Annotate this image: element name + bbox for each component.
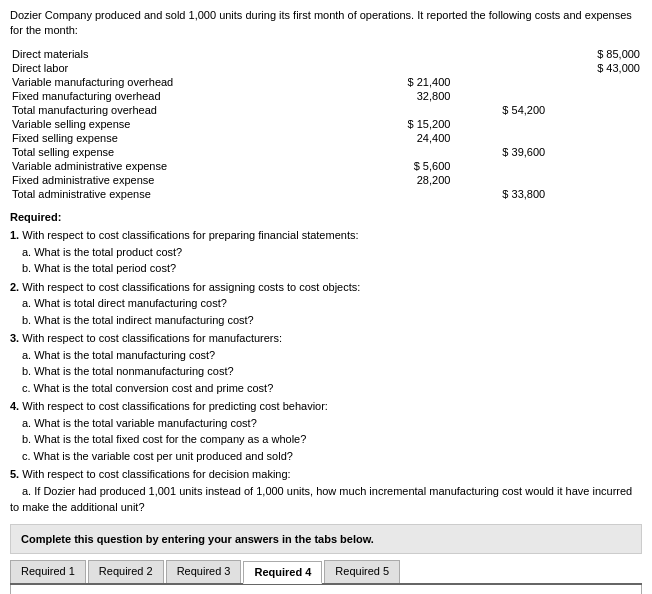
cost-label: Variable administrative expense [10, 159, 358, 173]
tabs-row: Required 1Required 2Required 3Required 4… [10, 560, 642, 585]
cost-label: Direct materials [10, 47, 358, 61]
cost-amount3: $ 85,000 [547, 47, 642, 61]
cost-label: Direct labor [10, 61, 358, 75]
table-row: Total administrative expense $ 33,800 [10, 187, 642, 201]
cost-amount2 [452, 89, 547, 103]
required-section: Required: 1. With respect to cost classi… [10, 209, 642, 516]
tab-required-5[interactable]: Required 5 [324, 560, 400, 583]
cost-amount3 [547, 89, 642, 103]
table-row: Variable administrative expense $ 5,600 [10, 159, 642, 173]
cost-amount3 [547, 187, 642, 201]
cost-amount3 [547, 103, 642, 117]
req-item: 1. With respect to cost classifications … [10, 227, 642, 277]
cost-amount1: $ 5,600 [358, 159, 453, 173]
req-item: 3. With respect to cost classifications … [10, 330, 642, 396]
cost-amount2 [452, 61, 547, 75]
cost-amount2: $ 39,600 [452, 145, 547, 159]
cost-amount2 [452, 75, 547, 89]
req-item: 5. With respect to cost classifications … [10, 466, 642, 516]
table-row: Variable selling expense $ 15,200 [10, 117, 642, 131]
cost-amount3 [547, 75, 642, 89]
cost-amount1: 28,200 [358, 173, 453, 187]
cost-amount2: $ 54,200 [452, 103, 547, 117]
tab-required-1[interactable]: Required 1 [10, 560, 86, 583]
table-row: Direct labor $ 43,000 [10, 61, 642, 75]
table-row: Total manufacturing overhead $ 54,200 [10, 103, 642, 117]
cost-amount3 [547, 145, 642, 159]
required-title: Required: [10, 209, 642, 226]
cost-label: Total manufacturing overhead [10, 103, 358, 117]
cost-amount3 [547, 159, 642, 173]
cost-amount2: $ 33,800 [452, 187, 547, 201]
tab-required-4[interactable]: Required 4 [243, 561, 322, 584]
cost-amount1 [358, 47, 453, 61]
tab-required-3[interactable]: Required 3 [166, 560, 242, 583]
cost-label: Variable manufacturing overhead [10, 75, 358, 89]
cost-table: Direct materials $ 85,000 Direct labor $… [10, 47, 642, 201]
cost-amount2 [452, 159, 547, 173]
cost-amount2 [452, 47, 547, 61]
cost-label: Total selling expense [10, 145, 358, 159]
cost-amount1: $ 21,400 [358, 75, 453, 89]
req-item: 4. With respect to cost classifications … [10, 398, 642, 464]
table-row: Fixed selling expense 24,400 [10, 131, 642, 145]
cost-amount3 [547, 173, 642, 187]
intro-text: Dozier Company produced and sold 1,000 u… [10, 8, 642, 39]
cost-amount2 [452, 131, 547, 145]
table-row: Direct materials $ 85,000 [10, 47, 642, 61]
tab-required-2[interactable]: Required 2 [88, 560, 164, 583]
cost-label: Fixed manufacturing overhead [10, 89, 358, 103]
table-row: Fixed administrative expense 28,200 [10, 173, 642, 187]
cost-label: Fixed selling expense [10, 131, 358, 145]
cost-amount1: 24,400 [358, 131, 453, 145]
cost-amount3: $ 43,000 [547, 61, 642, 75]
cost-amount1 [358, 187, 453, 201]
cost-amount3 [547, 117, 642, 131]
cost-amount1: $ 15,200 [358, 117, 453, 131]
cost-amount1 [358, 145, 453, 159]
table-row: Variable manufacturing overhead $ 21,400 [10, 75, 642, 89]
cost-amount1 [358, 103, 453, 117]
tab-content: 5. With respect to cost classifications … [10, 585, 642, 594]
cost-amount1: 32,800 [358, 89, 453, 103]
cost-amount2 [452, 173, 547, 187]
cost-amount2 [452, 117, 547, 131]
complete-box: Complete this question by entering your … [10, 524, 642, 554]
cost-label: Variable selling expense [10, 117, 358, 131]
table-row: Fixed manufacturing overhead 32,800 [10, 89, 642, 103]
cost-amount1 [358, 61, 453, 75]
cost-amount3 [547, 131, 642, 145]
cost-label: Total administrative expense [10, 187, 358, 201]
req-item: 2. With respect to cost classifications … [10, 279, 642, 329]
cost-label: Fixed administrative expense [10, 173, 358, 187]
table-row: Total selling expense $ 39,600 [10, 145, 642, 159]
